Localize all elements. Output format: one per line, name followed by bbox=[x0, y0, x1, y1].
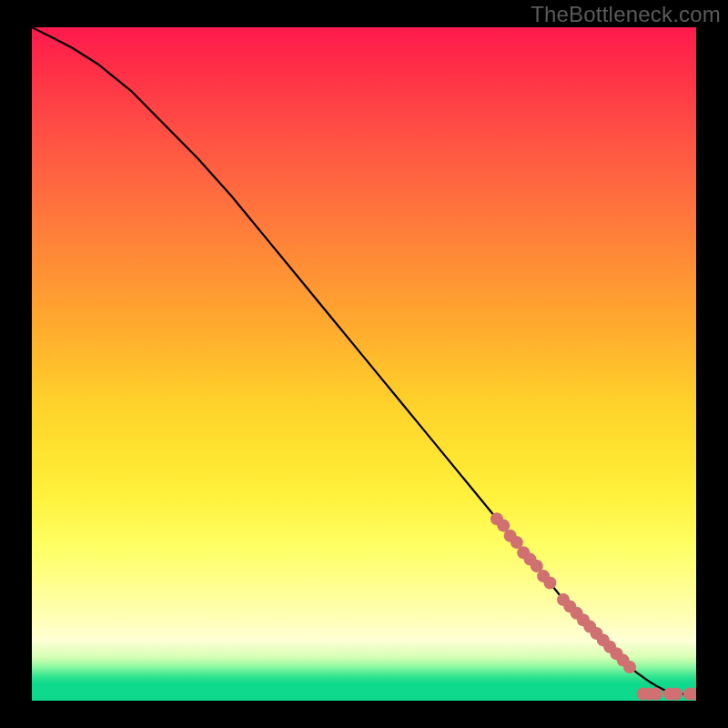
chart-overlay bbox=[32, 27, 696, 701]
bottleneck-curve bbox=[32, 27, 696, 694]
chart-frame: TheBottleneck.com bbox=[0, 0, 728, 728]
highlighted-point bbox=[623, 661, 636, 673]
highlighted-points-group bbox=[490, 512, 696, 700]
plot-area bbox=[32, 27, 696, 701]
highlighted-point bbox=[670, 688, 682, 701]
highlighted-point bbox=[650, 688, 662, 701]
highlighted-point bbox=[543, 577, 556, 590]
watermark-label: TheBottleneck.com bbox=[531, 2, 721, 27]
